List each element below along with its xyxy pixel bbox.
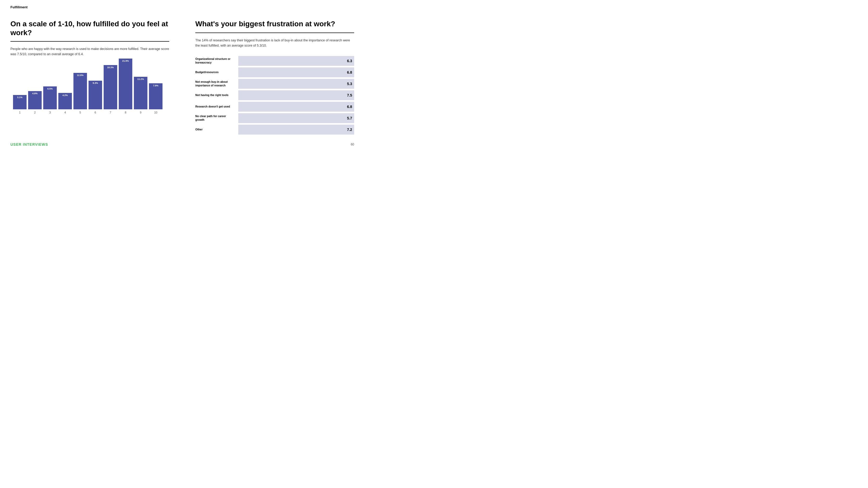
page-number: 60 bbox=[351, 142, 354, 146]
right-title: What's your biggest frustration at work? bbox=[195, 20, 354, 28]
h-bar-track: 6.8 bbox=[238, 102, 354, 112]
left-section: On a scale of 1-10, how fulfilled do you… bbox=[10, 20, 175, 135]
bar-x-axis-label: 5 bbox=[80, 111, 81, 114]
h-bar-label: Not having the right tools bbox=[195, 93, 236, 97]
h-bar-value: 6.8 bbox=[347, 70, 352, 74]
bar-group: 21.9%8 bbox=[119, 59, 132, 114]
bar-group: 4.2%4 bbox=[58, 93, 72, 114]
bar-group: 9.3%6 bbox=[89, 81, 102, 114]
bar-group: 7.9%10 bbox=[149, 83, 162, 114]
bar-percentage-label: 4.2% bbox=[62, 94, 68, 97]
h-bar-value: 7.2 bbox=[347, 128, 352, 132]
bar-group: 4.8%2 bbox=[28, 91, 42, 114]
bar: 4.8% bbox=[28, 91, 42, 109]
bar-x-axis-label: 8 bbox=[125, 111, 126, 114]
h-bar-label: Budget/resources bbox=[195, 70, 236, 74]
right-section: What's your biggest frustration at work?… bbox=[190, 20, 354, 135]
page-label: Fulfillment bbox=[10, 5, 354, 9]
bar: 6.5% bbox=[43, 87, 57, 109]
left-divider bbox=[10, 41, 169, 42]
bar-x-axis-label: 1 bbox=[19, 111, 21, 114]
h-bar-label: Other bbox=[195, 128, 236, 131]
h-bar-track: 7.5 bbox=[238, 90, 354, 100]
bar: 21.9% bbox=[119, 59, 132, 109]
h-bar-row: Research doesn't get used6.8 bbox=[195, 102, 354, 112]
bar-percentage-label: 6.5% bbox=[48, 88, 53, 90]
bar-group: 11.2%9 bbox=[134, 77, 147, 114]
bar: 12.9% bbox=[73, 73, 87, 109]
right-divider bbox=[195, 33, 354, 33]
left-description: People who are happy with the way resear… bbox=[10, 46, 169, 57]
bar-percentage-label: 7.9% bbox=[153, 84, 159, 87]
bar-group: 12.9%5 bbox=[73, 73, 87, 114]
right-description: The 14% of researchers say their biggest… bbox=[195, 38, 354, 48]
fulfillment-bar-chart: 3.1%14.8%26.5%34.2%412.9%59.3%618.3%721.… bbox=[13, 65, 169, 122]
bar: 4.2% bbox=[58, 93, 72, 109]
frustration-bar-chart: Organizational structure or bureaucracy6… bbox=[195, 56, 354, 135]
bar-x-axis-label: 4 bbox=[64, 111, 66, 114]
bar-x-axis-label: 6 bbox=[95, 111, 96, 114]
bar-x-axis-label: 7 bbox=[110, 111, 111, 114]
h-bar-track: 5.3 bbox=[238, 79, 354, 89]
h-bar-value: 6.3 bbox=[347, 59, 352, 63]
bar-percentage-label: 4.8% bbox=[32, 92, 38, 95]
h-bar-row: No clear path for career growth5.7 bbox=[195, 113, 354, 123]
bar-x-axis-label: 3 bbox=[49, 111, 51, 114]
bar: 9.3% bbox=[89, 81, 102, 109]
bar-x-axis-label: 2 bbox=[34, 111, 36, 114]
bar: 18.3% bbox=[104, 65, 117, 109]
h-bar-row: Budget/resources6.8 bbox=[195, 67, 354, 77]
h-bar-row: Other7.2 bbox=[195, 125, 354, 135]
h-bar-label: No clear path for career growth bbox=[195, 115, 236, 122]
bar-percentage-label: 12.9% bbox=[77, 74, 84, 76]
h-bar-row: Organizational structure or bureaucracy6… bbox=[195, 56, 354, 66]
h-bar-track: 7.2 bbox=[238, 125, 354, 135]
h-bar-row: Not having the right tools7.5 bbox=[195, 90, 354, 100]
bar-percentage-label: 11.2% bbox=[137, 78, 144, 80]
bar-percentage-label: 21.9% bbox=[122, 60, 129, 62]
bar-percentage-label: 9.3% bbox=[93, 82, 98, 84]
h-bar-value: 5.7 bbox=[347, 116, 352, 120]
bar-group: 3.1%1 bbox=[13, 95, 27, 114]
bar: 11.2% bbox=[134, 77, 147, 109]
left-title: On a scale of 1-10, how fulfilled do you… bbox=[10, 20, 169, 37]
h-bar-label: Research doesn't get used bbox=[195, 105, 236, 108]
h-bar-value: 6.8 bbox=[347, 105, 352, 109]
bar-group: 6.5%3 bbox=[43, 87, 57, 114]
h-bar-row: Not enough buy-in about importance of re… bbox=[195, 79, 354, 89]
bar-percentage-label: 3.1% bbox=[17, 96, 23, 99]
bar: 7.9% bbox=[149, 83, 162, 109]
bar-percentage-label: 18.3% bbox=[107, 66, 114, 69]
footer: USER INTERVIEWS 60 bbox=[10, 142, 354, 147]
h-bar-track: 5.7 bbox=[238, 113, 354, 123]
bar-group: 18.3%7 bbox=[104, 65, 117, 114]
bar-x-axis-label: 10 bbox=[154, 111, 157, 114]
h-bar-label: Not enough buy-in about importance of re… bbox=[195, 80, 236, 87]
bar: 3.1% bbox=[13, 95, 27, 109]
h-bar-value: 7.5 bbox=[347, 93, 352, 97]
h-bar-track: 6.3 bbox=[238, 56, 354, 66]
bar-x-axis-label: 9 bbox=[140, 111, 142, 114]
h-bar-track: 6.8 bbox=[238, 67, 354, 77]
h-bar-value: 5.3 bbox=[347, 82, 352, 86]
brand-label: USER INTERVIEWS bbox=[10, 142, 48, 147]
h-bar-label: Organizational structure or bureaucracy bbox=[195, 57, 236, 64]
